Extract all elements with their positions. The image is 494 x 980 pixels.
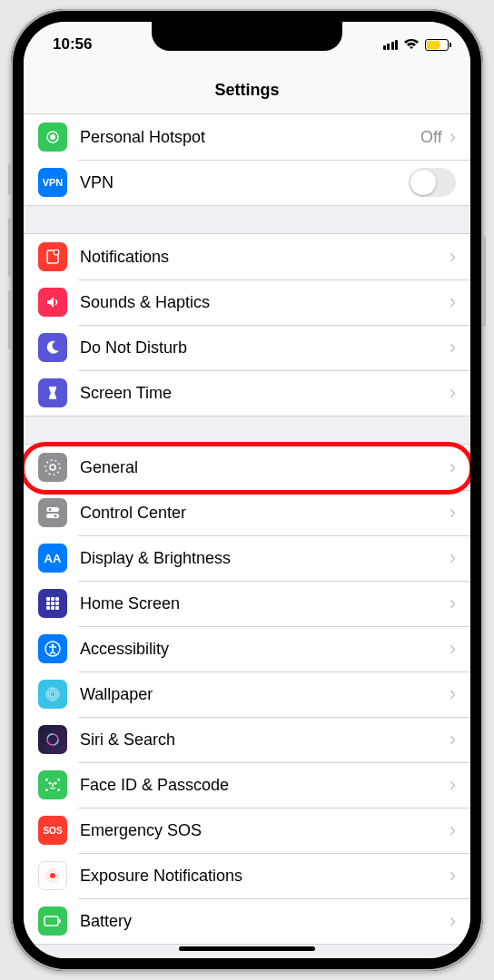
hotspot-value: Off	[420, 128, 442, 147]
svg-point-5	[45, 460, 60, 475]
svg-rect-7	[46, 514, 59, 518]
row-homescreen[interactable]: Home Screen ›	[24, 581, 470, 626]
homescreen-icon	[38, 589, 67, 618]
homescreen-label: Home Screen	[80, 594, 450, 613]
svg-point-22	[50, 691, 55, 697]
row-battery[interactable]: Battery ›	[24, 898, 470, 944]
battery-icon: ⚡	[425, 39, 449, 51]
svg-rect-16	[46, 606, 50, 610]
volume-down	[8, 290, 11, 349]
cellular-icon	[383, 39, 399, 50]
general-icon	[38, 453, 67, 482]
row-controlcenter[interactable]: Control Center ›	[24, 490, 470, 535]
chevron-icon: ›	[450, 501, 456, 524]
vpn-toggle[interactable]	[409, 168, 456, 197]
chevron-icon: ›	[450, 245, 456, 269]
battery-label: Battery	[80, 912, 450, 931]
section-device: General › Control Center › AA Display & …	[24, 444, 470, 945]
svg-rect-12	[55, 597, 59, 601]
svg-point-28	[50, 873, 55, 878]
chevron-icon: ›	[450, 682, 456, 706]
notifications-label: Notifications	[80, 248, 450, 267]
display-label: Display & Brightness	[80, 549, 450, 568]
wifi-icon	[403, 38, 420, 51]
siri-icon	[38, 725, 67, 754]
faceid-icon	[38, 770, 67, 799]
chevron-icon: ›	[450, 125, 456, 149]
svg-point-4	[50, 465, 55, 470]
chevron-icon: ›	[450, 456, 456, 479]
accessibility-icon	[38, 634, 67, 663]
status-indicators: ⚡	[383, 38, 450, 51]
settings-list[interactable]: Personal Hotspot Off › VPN VPN Notificat…	[24, 114, 470, 958]
chevron-icon: ›	[450, 381, 456, 405]
power-button	[483, 236, 486, 327]
chevron-icon: ›	[450, 290, 456, 314]
notifications-icon	[38, 242, 67, 271]
chevron-icon: ›	[450, 592, 456, 615]
controlcenter-label: Control Center	[80, 504, 450, 523]
svg-rect-13	[46, 602, 50, 605]
sounds-icon	[38, 288, 67, 317]
row-screentime[interactable]: Screen Time ›	[24, 370, 470, 416]
wallpaper-label: Wallpaper	[80, 685, 450, 704]
nav-bar: Settings	[24, 67, 470, 114]
svg-point-21	[48, 690, 57, 699]
section-connectivity: Personal Hotspot Off › VPN VPN	[24, 114, 470, 206]
screentime-label: Screen Time	[80, 384, 450, 403]
row-exposure[interactable]: Exposure Notifications ›	[24, 853, 470, 898]
vpn-label: VPN	[80, 173, 409, 192]
general-label: General	[80, 458, 450, 477]
svg-rect-10	[46, 597, 50, 601]
chevron-icon: ›	[450, 637, 456, 661]
row-display[interactable]: AA Display & Brightness ›	[24, 535, 470, 581]
controlcenter-icon	[38, 498, 67, 527]
svg-rect-17	[51, 606, 54, 610]
svg-rect-31	[44, 916, 58, 926]
row-sos[interactable]: SOS Emergency SOS ›	[24, 808, 470, 853]
battery-row-icon	[38, 906, 67, 936]
chevron-icon: ›	[450, 864, 456, 887]
chevron-icon: ›	[450, 336, 456, 359]
sounds-label: Sounds & Haptics	[80, 293, 450, 312]
dnd-icon	[38, 333, 67, 362]
faceid-label: Face ID & Passcode	[80, 776, 450, 795]
svg-point-8	[49, 508, 52, 511]
svg-rect-18	[55, 606, 59, 610]
chevron-icon: ›	[450, 728, 456, 751]
dnd-label: Do Not Disturb	[80, 338, 450, 358]
svg-point-3	[54, 250, 59, 255]
display-icon: AA	[38, 544, 67, 573]
chevron-icon: ›	[450, 909, 456, 933]
row-accessibility[interactable]: Accessibility ›	[24, 626, 470, 671]
svg-point-27	[54, 782, 56, 784]
exposure-icon	[38, 861, 67, 890]
accessibility-label: Accessibility	[80, 640, 450, 659]
svg-point-9	[54, 514, 57, 517]
vpn-icon: VPN	[38, 168, 67, 197]
hotspot-icon	[38, 122, 67, 152]
row-faceid[interactable]: Face ID & Passcode ›	[24, 762, 470, 808]
row-personal-hotspot[interactable]: Personal Hotspot Off ›	[24, 114, 470, 160]
svg-point-26	[49, 782, 51, 784]
page-title: Settings	[214, 81, 279, 100]
chevron-icon: ›	[450, 546, 456, 570]
chevron-icon: ›	[450, 773, 456, 797]
hotspot-label: Personal Hotspot	[80, 128, 420, 147]
screentime-icon	[38, 378, 67, 407]
section-alerts: Notifications › Sounds & Haptics › Do No…	[24, 233, 470, 416]
volume-up	[8, 218, 11, 277]
sos-icon: SOS	[38, 816, 67, 845]
row-wallpaper[interactable]: Wallpaper ›	[24, 671, 470, 717]
row-general[interactable]: General ›	[24, 445, 470, 490]
svg-rect-14	[51, 602, 54, 605]
row-vpn[interactable]: VPN VPN	[24, 160, 470, 205]
chevron-icon: ›	[450, 818, 456, 842]
row-notifications[interactable]: Notifications ›	[24, 234, 470, 279]
row-sounds[interactable]: Sounds & Haptics ›	[24, 279, 470, 325]
home-indicator[interactable]	[179, 946, 315, 951]
row-dnd[interactable]: Do Not Disturb ›	[24, 325, 470, 370]
svg-rect-15	[55, 602, 59, 605]
notch	[152, 22, 342, 51]
row-siri[interactable]: Siri & Search ›	[24, 717, 470, 762]
